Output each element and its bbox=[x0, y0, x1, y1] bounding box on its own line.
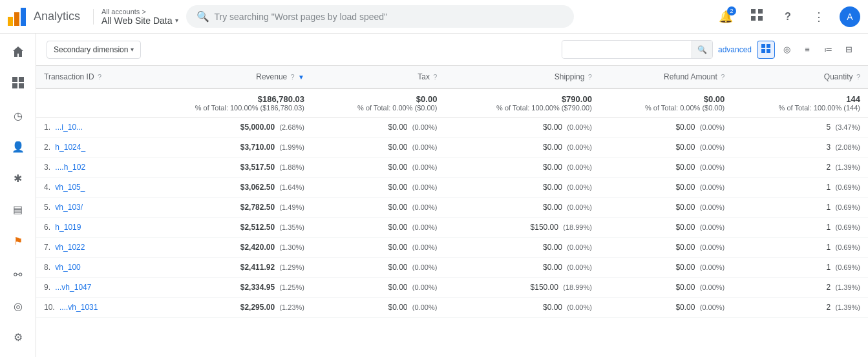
svg-rect-1 bbox=[14, 12, 19, 26]
cell-tax: $0.00 (0.00%) bbox=[312, 117, 445, 138]
sidebar-item-realtime[interactable]: ◷ bbox=[3, 101, 34, 130]
app-title: Analytics bbox=[34, 10, 80, 23]
help-icon-revenue[interactable]: ? bbox=[291, 73, 295, 81]
row-number: 2. bbox=[44, 143, 50, 152]
sidebar-item-discover[interactable]: ◎ bbox=[3, 292, 34, 321]
transaction-id-link[interactable]: vh_1022 bbox=[55, 243, 85, 252]
table-row: 7. vh_1022 $2,420.00 (1.30%) $0.00 (0.00… bbox=[36, 238, 868, 258]
sidebar-item-acquisition[interactable]: ✱ bbox=[3, 164, 34, 193]
global-search-bar[interactable]: 🔍 Try searching "Worst pages by load spe… bbox=[186, 5, 574, 28]
transaction-id-link[interactable]: vh_103/ bbox=[55, 203, 83, 212]
cell-shipping: $150.00 (18.99%) bbox=[445, 278, 600, 298]
avatar[interactable]: A bbox=[840, 6, 860, 27]
table-row: 10. ....vh_1031 $2,295.00 (1.23%) $0.00 … bbox=[36, 298, 868, 318]
transaction-id-link[interactable]: ...i_10... bbox=[55, 123, 83, 132]
transaction-id-link[interactable]: ...vh_1047 bbox=[55, 283, 91, 292]
chevron-down-icon: ▾ bbox=[131, 46, 134, 53]
sidebar-item-dashboard[interactable] bbox=[3, 70, 34, 99]
person-icon: 👤 bbox=[12, 141, 25, 153]
account-name: All Web Site Data bbox=[101, 15, 172, 26]
main-content: Secondary dimension ▾ 🔍 advanced bbox=[36, 34, 868, 357]
col-header-shipping[interactable]: Shipping ? bbox=[445, 66, 600, 88]
help-icon-tax[interactable]: ? bbox=[433, 73, 437, 81]
pivot-view-button[interactable]: ⊟ bbox=[840, 41, 858, 59]
sidebar-item-behavior[interactable]: ▤ bbox=[3, 196, 34, 225]
cell-row-num: 2. h_1024_ bbox=[36, 138, 138, 158]
transaction-id-link[interactable]: ....h_102 bbox=[55, 163, 85, 172]
account-selector[interactable]: All Web Site Data ▾ bbox=[101, 15, 178, 26]
cell-refund: $0.00 (0.00%) bbox=[600, 218, 732, 238]
dashboard-icon bbox=[12, 76, 25, 92]
help-icon-shipping[interactable]: ? bbox=[588, 73, 592, 81]
flag-icon: ⚑ bbox=[14, 235, 23, 247]
sidebar-item-link[interactable]: ⚯ bbox=[3, 261, 34, 290]
cell-tax: $0.00 (0.00%) bbox=[312, 138, 445, 158]
bar-icon: ≡ bbox=[805, 45, 810, 54]
cell-revenue: $3,517.50 (1.88%) bbox=[138, 158, 312, 178]
help-button[interactable]: ? bbox=[778, 6, 798, 27]
apps-icon bbox=[751, 9, 763, 24]
cell-quantity: 3 (2.08%) bbox=[732, 138, 868, 158]
cell-shipping: $0.00 (0.00%) bbox=[445, 238, 600, 258]
transaction-id-link[interactable]: h_1024_ bbox=[55, 143, 85, 152]
svg-rect-7 bbox=[12, 77, 17, 82]
more-options-button[interactable]: ⋮ bbox=[809, 6, 829, 27]
secondary-dimension-button[interactable]: Secondary dimension ▾ bbox=[47, 41, 141, 59]
cell-shipping: $0.00 (0.00%) bbox=[445, 138, 600, 158]
total-cell-revenue: $186,780.03 % of Total: 100.00% ($186,78… bbox=[138, 88, 312, 117]
svg-rect-9 bbox=[12, 83, 17, 88]
table-search-button[interactable]: 🔍 bbox=[692, 41, 712, 58]
col-label-revenue: Revenue bbox=[256, 72, 287, 81]
cell-quantity: 5 (3.47%) bbox=[732, 117, 868, 138]
sidebar-item-home[interactable] bbox=[3, 39, 34, 68]
row-number: 6. bbox=[44, 223, 50, 232]
notifications-button[interactable]: 🔔 2 bbox=[715, 6, 736, 27]
grid-view-button[interactable] bbox=[757, 41, 775, 59]
col-label-shipping: Shipping bbox=[555, 72, 585, 81]
transaction-id-link[interactable]: vh_105_ bbox=[55, 183, 85, 192]
cell-shipping: $150.00 (18.99%) bbox=[445, 218, 600, 238]
cell-row-num: 6. h_1019 bbox=[36, 218, 138, 238]
cell-refund: $0.00 (0.00%) bbox=[600, 278, 732, 298]
toolbar: Secondary dimension ▾ 🔍 advanced bbox=[36, 34, 868, 66]
table-search-input[interactable] bbox=[562, 41, 692, 58]
col-header-revenue[interactable]: Revenue ? ▼ bbox=[138, 66, 312, 88]
col-header-transaction-id[interactable]: Transaction ID ? bbox=[36, 66, 138, 88]
col-header-quantity[interactable]: Quantity ? bbox=[732, 66, 868, 88]
cell-row-num: 3. ....h_102 bbox=[36, 158, 138, 178]
transaction-id-link[interactable]: ....vh_1031 bbox=[59, 303, 98, 312]
col-header-refund[interactable]: Refund Amount ? bbox=[600, 66, 732, 88]
search-placeholder-text: Try searching "Worst pages by load speed… bbox=[215, 12, 388, 22]
sidebar-item-audience[interactable]: 👤 bbox=[3, 133, 34, 162]
cell-quantity: 2 (1.39%) bbox=[732, 278, 868, 298]
settings-icon: ⚙ bbox=[14, 331, 23, 343]
cell-row-num: 9. ...vh_1047 bbox=[36, 278, 138, 298]
notification-badge: 2 bbox=[727, 6, 736, 15]
col-label-tax: Tax bbox=[418, 72, 430, 81]
col-label-refund: Refund Amount bbox=[664, 72, 717, 81]
data-table: Transaction ID ? Revenue ? ▼ Tax ? bbox=[36, 66, 868, 318]
pie-view-button[interactable]: ◎ bbox=[778, 41, 796, 59]
transaction-id-link[interactable]: h_1019 bbox=[55, 223, 81, 232]
cell-shipping: $0.00 (0.00%) bbox=[445, 158, 600, 178]
sidebar-item-conversions[interactable]: ⚑ bbox=[3, 227, 34, 256]
help-icon-refund[interactable]: ? bbox=[721, 73, 725, 81]
cell-quantity: 1 (0.69%) bbox=[732, 178, 868, 198]
help-icon[interactable]: ? bbox=[98, 73, 101, 81]
col-header-tax[interactable]: Tax ? bbox=[312, 66, 445, 88]
advanced-link[interactable]: advanced bbox=[718, 45, 752, 54]
logo-icon bbox=[8, 8, 26, 26]
table-search-box[interactable]: 🔍 bbox=[562, 40, 713, 59]
cell-refund: $0.00 (0.00%) bbox=[600, 117, 732, 138]
compare-view-button[interactable]: ≔ bbox=[819, 41, 837, 59]
apps-button[interactable] bbox=[746, 6, 767, 27]
cell-revenue: $5,000.00 (2.68%) bbox=[138, 117, 312, 138]
total-cell-id bbox=[36, 88, 138, 117]
transaction-id-link[interactable]: vh_100 bbox=[55, 263, 80, 272]
bar-view-button[interactable]: ≡ bbox=[798, 41, 816, 59]
help-icon-quantity[interactable]: ? bbox=[856, 73, 860, 81]
help-icon: ? bbox=[785, 11, 791, 23]
svg-rect-3 bbox=[751, 9, 756, 14]
table-totals-row: $186,780.03 % of Total: 100.00% ($186,78… bbox=[36, 88, 868, 117]
sidebar-item-settings[interactable]: ⚙ bbox=[3, 323, 34, 352]
